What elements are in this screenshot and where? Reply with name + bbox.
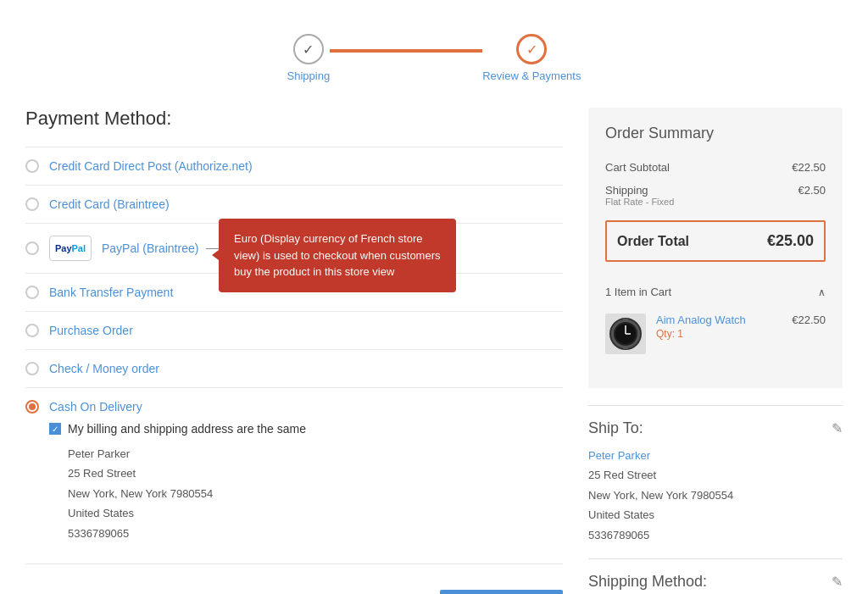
shipping-label: Shipping bbox=[605, 184, 648, 197]
ship-to-country: United States bbox=[588, 505, 843, 525]
shipping-sub-label: Flat Rate - Fixed bbox=[605, 197, 826, 207]
shipping-row: Shipping €2.50 Flat Rate - Fixed bbox=[605, 179, 826, 212]
ship-to-name: Peter Parker bbox=[588, 446, 843, 465]
order-summary-box: Order Summary Cart Subtotal €22.50 Shipp… bbox=[588, 108, 843, 388]
paypal-logo: PayPal bbox=[49, 236, 92, 261]
payment-option-cc-direct[interactable]: Credit Card Direct Post (Authorize.net) bbox=[25, 147, 563, 186]
shipping-method-title: Shipping Method: bbox=[588, 573, 707, 591]
cod-address-city: New York, New York 7980554 bbox=[68, 484, 306, 503]
bank-transfer-label: Bank Transfer Payment bbox=[49, 286, 173, 299]
place-order-button[interactable]: Place Order bbox=[440, 590, 563, 594]
chevron-up-icon: ∧ bbox=[818, 286, 826, 298]
paypal-label: PayPal (Braintree) bbox=[102, 241, 198, 255]
step-review-circle: ✓ bbox=[516, 34, 547, 64]
order-total-label: Order Total bbox=[617, 234, 689, 249]
cart-header[interactable]: 1 Item in Cart ∧ bbox=[605, 279, 826, 305]
step-connector-line bbox=[330, 49, 482, 53]
cod-label: Cash On Delivery bbox=[49, 400, 142, 414]
right-panel: Order Summary Cart Subtotal €22.50 Shipp… bbox=[588, 108, 843, 594]
order-total-row: Order Total €25.00 bbox=[605, 220, 826, 262]
step-shipping-label[interactable]: Shipping bbox=[287, 69, 331, 82]
billing-same-checkbox-row: ✓ My billing and shipping address are th… bbox=[49, 422, 306, 436]
cc-direct-label: Credit Card Direct Post (Authorize.net) bbox=[49, 159, 253, 173]
radio-paypal[interactable] bbox=[25, 241, 39, 255]
ship-to-phone: 5336789065 bbox=[588, 525, 843, 545]
payment-option-purchase-order[interactable]: Purchase Order bbox=[25, 312, 563, 350]
radio-cod[interactable] bbox=[25, 400, 39, 414]
step-review-label[interactable]: Review & Payments bbox=[482, 69, 581, 82]
item-image bbox=[605, 314, 646, 354]
radio-cc-braintree[interactable] bbox=[25, 197, 39, 211]
cod-address-block: Peter Parker 25 Red Street New York, New… bbox=[49, 444, 306, 543]
page-wrapper: ✓ Shipping ✓ Review & Payments Payment M… bbox=[0, 0, 868, 594]
items-in-cart-label: 1 Item in Cart bbox=[605, 286, 671, 298]
cart-section: 1 Item in Cart ∧ bbox=[605, 270, 826, 371]
svg-rect-6 bbox=[623, 346, 628, 349]
step-review-payments: ✓ Review & Payments bbox=[482, 34, 581, 82]
step-shipping: ✓ Shipping bbox=[287, 34, 331, 82]
billing-same-checkbox[interactable]: ✓ bbox=[49, 423, 61, 435]
cart-subtotal-value: €22.50 bbox=[792, 161, 826, 174]
item-details: Aim Analog Watch Qty: 1 bbox=[656, 314, 782, 340]
step-shipping-circle: ✓ bbox=[293, 34, 324, 64]
check-money-label: Check / Money order bbox=[49, 362, 159, 375]
ship-to-address: Peter Parker 25 Red Street New York, New… bbox=[588, 446, 843, 545]
radio-purchase-order[interactable] bbox=[25, 324, 39, 337]
checkmark-icon: ✓ bbox=[303, 42, 314, 58]
cart-item: Aim Analog Watch Qty: 1 €22.50 bbox=[605, 305, 826, 363]
cod-address-country: United States bbox=[68, 503, 306, 523]
payment-option-check-money[interactable]: Check / Money order bbox=[25, 350, 563, 388]
order-total-value: €25.00 bbox=[767, 232, 814, 250]
billing-same-label: My billing and shipping address are the … bbox=[68, 422, 306, 436]
item-name: Aim Analog Watch bbox=[656, 314, 782, 326]
checkmark-active-icon: ✓ bbox=[526, 42, 537, 58]
shipping-method-edit-icon[interactable]: ✎ bbox=[832, 574, 843, 590]
item-qty: Qty: 1 bbox=[656, 328, 782, 340]
cart-subtotal-label: Cart Subtotal bbox=[605, 161, 670, 174]
shipping-method-header: Shipping Method: ✎ bbox=[588, 573, 843, 591]
checkout-stepper: ✓ Shipping ✓ Review & Payments bbox=[25, 17, 843, 108]
payment-option-cod[interactable]: Cash On Delivery ✓ My billing and shippi… bbox=[25, 388, 563, 564]
cod-address-street: 25 Red Street bbox=[68, 464, 306, 483]
tooltip-box: Euro (Display currency of French store v… bbox=[219, 219, 456, 292]
ship-to-section: Ship To: ✎ Peter Parker 25 Red Street Ne… bbox=[588, 405, 843, 558]
svg-rect-5 bbox=[623, 319, 628, 322]
item-price: €22.50 bbox=[792, 314, 826, 326]
left-panel: Payment Method: Credit Card Direct Post … bbox=[25, 108, 563, 594]
paypal-tooltip-wrapper: PayPal PayPal (Braintree) Euro (Display … bbox=[49, 236, 563, 261]
place-order-row: Place Order bbox=[25, 590, 563, 594]
ship-to-city: New York, New York 7980554 bbox=[588, 486, 843, 505]
shipping-value: €2.50 bbox=[798, 184, 826, 197]
payment-section-title: Payment Method: bbox=[25, 108, 563, 130]
cc-braintree-label: Credit Card (Braintree) bbox=[49, 197, 170, 211]
ship-to-header: Ship To: ✎ bbox=[588, 419, 843, 437]
watch-svg bbox=[607, 315, 644, 353]
cod-address-name: Peter Parker bbox=[68, 444, 306, 464]
payment-option-paypal[interactable]: PayPal PayPal (Braintree) Euro (Display … bbox=[25, 224, 563, 274]
cart-subtotal-row: Cart Subtotal €22.50 bbox=[605, 156, 826, 179]
purchase-order-label: Purchase Order bbox=[49, 324, 133, 337]
ship-to-street: 25 Red Street bbox=[588, 465, 843, 485]
cod-expanded-details: ✓ My billing and shipping address are th… bbox=[25, 414, 306, 552]
ship-to-edit-icon[interactable]: ✎ bbox=[832, 420, 843, 436]
cod-address-phone: 5336789065 bbox=[68, 524, 306, 543]
order-summary-title: Order Summary bbox=[605, 125, 826, 142]
payment-options-list: Credit Card Direct Post (Authorize.net) … bbox=[25, 147, 563, 564]
ship-to-title: Ship To: bbox=[588, 419, 643, 437]
shipping-method-section: Shipping Method: ✎ Flat Rate - Fixed bbox=[588, 558, 843, 594]
main-content: Payment Method: Credit Card Direct Post … bbox=[25, 108, 843, 594]
radio-check-money[interactable] bbox=[25, 362, 39, 375]
radio-bank-transfer[interactable] bbox=[25, 286, 39, 299]
radio-cc-direct[interactable] bbox=[25, 159, 39, 173]
